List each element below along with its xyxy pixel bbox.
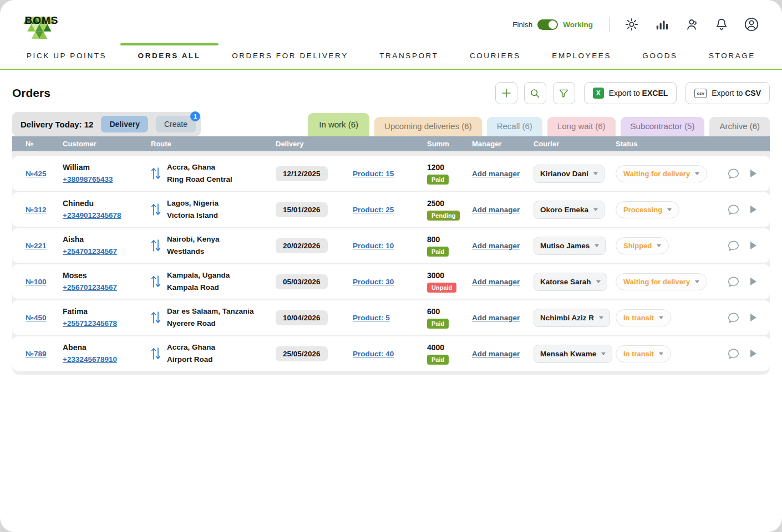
status-select[interactable]: Processing [616, 201, 679, 218]
filter-tab[interactable]: Recall (6) [487, 117, 542, 136]
delivery-button[interactable]: Delivery [101, 116, 148, 132]
add-order-button[interactable] [495, 82, 517, 104]
customer-phone-link[interactable]: +38098765433 [63, 175, 113, 183]
customer-phone-link[interactable]: +255712345678 [63, 319, 117, 328]
bell-icon[interactable] [713, 16, 730, 33]
nav-item-label: TRANSPORT [379, 52, 438, 60]
nav-item[interactable]: STORAGE [709, 43, 755, 69]
product-link[interactable]: Product: 15 [353, 170, 394, 178]
courier-name: Mensah Kwame [540, 350, 596, 358]
chat-icon[interactable] [727, 311, 740, 325]
courier-select[interactable]: Nchimbi Aziz R [534, 309, 610, 327]
delivery-date: 12/12/2025 [276, 166, 328, 181]
export-csv-button[interactable]: csv Export to CSV [685, 82, 770, 104]
table-row: №221 Aisha +254701234567 Nairobi, Keny [12, 228, 770, 263]
status-label: Waiting for delivery [623, 278, 690, 286]
summ-value: 2500 [427, 199, 472, 208]
status-select[interactable]: Waiting for delivery [616, 273, 707, 290]
status-label: Waiting for delivery [623, 170, 690, 178]
route-arrows-icon [151, 346, 161, 361]
route-city: Dar es Salaam, Tanzania [167, 305, 254, 318]
chevron-down-icon [667, 208, 672, 213]
order-number-link[interactable]: №789 [26, 350, 47, 358]
product-link[interactable]: Product: 40 [353, 350, 394, 358]
add-manager-link[interactable]: Add manager [472, 278, 520, 286]
expand-row-icon[interactable] [750, 350, 756, 357]
order-number-link[interactable]: №450 [26, 314, 47, 322]
chevron-down-icon [593, 172, 598, 177]
summ-value: 1200 [427, 163, 472, 172]
filter-tab[interactable]: In work (6) [308, 113, 369, 136]
customer-phone-link[interactable]: +2349012345678 [63, 211, 121, 219]
filter-tab[interactable]: Upcoming deliveries (6) [374, 117, 482, 136]
customer-phone-link[interactable]: +256701234567 [63, 283, 117, 291]
product-link[interactable]: Product: 30 [353, 278, 394, 286]
chat-icon[interactable] [727, 167, 740, 181]
nav-item[interactable]: ORDERS FOR DELIVERY [232, 43, 348, 69]
nav-item[interactable]: ORDERS ALL [138, 43, 201, 69]
add-manager-link[interactable]: Add manager [472, 170, 520, 178]
courier-select[interactable]: Mensah Kwame [534, 345, 612, 363]
route-street: Victoria Island [167, 209, 219, 222]
filter-icon [558, 88, 570, 99]
gear-icon[interactable] [623, 16, 640, 33]
col-delivery: Delivery [276, 140, 353, 148]
filter-button[interactable] [553, 82, 575, 104]
export-excel-button[interactable]: X Export to EXCEL [584, 82, 677, 104]
filter-tab[interactable]: Archive (6) [709, 117, 770, 136]
order-number-link[interactable]: №312 [26, 206, 47, 214]
filter-tab[interactable]: Long wait (6) [547, 117, 616, 136]
chat-icon[interactable] [727, 275, 740, 289]
nav-item[interactable]: COURIERS [470, 43, 521, 69]
filter-tab[interactable]: Subcontractor (5) [621, 117, 705, 136]
chat-icon[interactable] [727, 347, 740, 361]
profile-icon[interactable] [743, 16, 760, 33]
nav-item[interactable]: EMPLOYEES [552, 43, 611, 69]
add-manager-link[interactable]: Add manager [472, 350, 520, 358]
route-arrows-icon [151, 274, 161, 289]
add-manager-link[interactable]: Add manager [472, 314, 520, 322]
nav-item-label: STORAGE [709, 52, 755, 60]
product-link[interactable]: Product: 10 [353, 242, 394, 250]
expand-row-icon[interactable] [750, 170, 756, 177]
courier-select[interactable]: Kirianov Dani [534, 165, 605, 183]
customer-phone-link[interactable]: +233245678910 [63, 355, 117, 364]
order-number-link[interactable]: №425 [26, 170, 47, 178]
nav-item[interactable]: GOODS [642, 43, 677, 69]
expand-row-icon[interactable] [750, 242, 756, 249]
expand-row-icon[interactable] [750, 278, 756, 285]
order-number-link[interactable]: №221 [26, 242, 47, 250]
product-link[interactable]: Product: 25 [353, 206, 394, 214]
product-link[interactable]: Product: 5 [353, 314, 390, 322]
create-button[interactable]: Create 1 [156, 116, 196, 132]
nav-item[interactable]: PICK UP POINTS [27, 43, 106, 69]
status-select[interactable]: In transit [616, 309, 671, 326]
courier-select[interactable]: Okoro Emeka [534, 201, 605, 219]
chat-icon[interactable] [727, 239, 740, 253]
chat-icon[interactable] [727, 203, 740, 217]
status-select[interactable]: Shipped [616, 237, 669, 254]
stats-icon[interactable] [653, 16, 670, 33]
customer-phone-link[interactable]: +254701234567 [63, 247, 117, 255]
support-icon[interactable] [683, 16, 700, 33]
status-select[interactable]: Waiting for delivery [616, 165, 707, 182]
courier-select[interactable]: Katorse Sarah [534, 273, 607, 291]
courier-name: Kirianov Dani [540, 170, 588, 178]
logo-text: BOMS [25, 14, 59, 27]
order-number-link[interactable]: №100 [26, 278, 47, 286]
summ-value: 800 [427, 235, 472, 244]
search-button[interactable] [524, 82, 546, 104]
add-manager-link[interactable]: Add manager [472, 206, 520, 214]
table-row: №450 Fatima +255712345678 Dar es Salaa [12, 300, 770, 335]
main-nav: PICK UP POINTS ORDERS ALL ORDERS FOR DEL… [0, 43, 782, 70]
expand-row-icon[interactable] [750, 206, 756, 213]
col-number: № [26, 140, 63, 148]
courier-select[interactable]: Mutiso James [534, 237, 606, 255]
chevron-down-icon [695, 280, 699, 285]
nav-item[interactable]: TRANSPORT [379, 43, 438, 69]
add-manager-link[interactable]: Add manager [472, 242, 520, 250]
status-select[interactable]: In transit [616, 345, 671, 362]
working-toggle[interactable] [537, 19, 558, 30]
chevron-down-icon [595, 244, 599, 249]
expand-row-icon[interactable] [750, 314, 756, 321]
